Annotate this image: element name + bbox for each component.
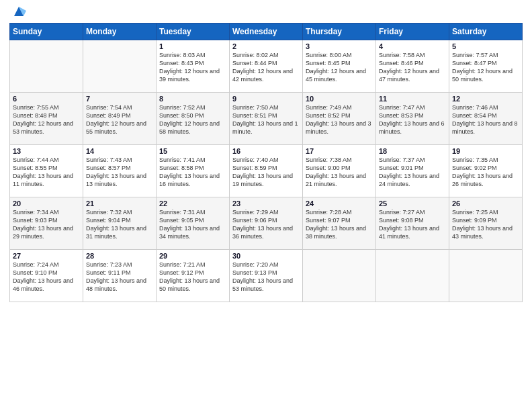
day-cell: 12Sunrise: 7:46 AM Sunset: 8:54 PM Dayli…	[449, 93, 523, 145]
day-info: Sunrise: 7:54 AM Sunset: 8:49 PM Dayligh…	[86, 103, 153, 136]
day-info: Sunrise: 7:50 AM Sunset: 8:51 PM Dayligh…	[232, 103, 300, 136]
day-number: 13	[13, 147, 80, 155]
day-number: 6	[13, 95, 80, 103]
day-number: 23	[232, 199, 300, 208]
day-info: Sunrise: 7:37 AM Sunset: 9:01 PM Dayligh…	[379, 156, 446, 189]
day-number: 9	[232, 95, 300, 103]
day-info: Sunrise: 7:57 AM Sunset: 8:47 PM Dayligh…	[452, 51, 519, 84]
day-number: 24	[306, 199, 373, 208]
weekday-header-friday: Friday	[376, 24, 449, 40]
header	[9, 7, 523, 19]
day-number: 15	[159, 147, 226, 155]
day-info: Sunrise: 7:49 AM Sunset: 8:52 PM Dayligh…	[306, 103, 373, 136]
day-cell: 17Sunrise: 7:38 AM Sunset: 9:00 PM Dayli…	[303, 145, 376, 197]
day-number: 17	[306, 147, 373, 155]
day-number: 7	[86, 95, 153, 103]
week-row-5: 27Sunrise: 7:24 AM Sunset: 9:10 PM Dayli…	[10, 250, 523, 302]
day-number: 20	[13, 199, 80, 208]
week-row-1: 1Sunrise: 8:03 AM Sunset: 8:43 PM Daylig…	[10, 40, 523, 93]
day-info: Sunrise: 7:23 AM Sunset: 9:11 PM Dayligh…	[86, 261, 153, 293]
day-info: Sunrise: 7:38 AM Sunset: 9:00 PM Dayligh…	[306, 156, 373, 189]
weekday-header-wednesday: Wednesday	[230, 24, 303, 40]
day-cell: 16Sunrise: 7:40 AM Sunset: 8:59 PM Dayli…	[230, 145, 303, 197]
logo-icon	[11, 4, 26, 19]
day-info: Sunrise: 8:03 AM Sunset: 8:43 PM Dayligh…	[159, 51, 226, 84]
day-cell: 6Sunrise: 7:55 AM Sunset: 8:48 PM Daylig…	[10, 93, 83, 145]
day-cell: 7Sunrise: 7:54 AM Sunset: 8:49 PM Daylig…	[83, 93, 157, 145]
day-cell: 25Sunrise: 7:27 AM Sunset: 9:08 PM Dayli…	[376, 197, 449, 250]
day-cell: 28Sunrise: 7:23 AM Sunset: 9:11 PM Dayli…	[83, 250, 157, 302]
day-info: Sunrise: 7:25 AM Sunset: 9:09 PM Dayligh…	[452, 208, 519, 241]
day-number: 26	[452, 199, 519, 208]
day-cell: 23Sunrise: 7:29 AM Sunset: 9:06 PM Dayli…	[230, 197, 303, 250]
day-info: Sunrise: 7:55 AM Sunset: 8:48 PM Dayligh…	[13, 103, 80, 136]
day-cell: 14Sunrise: 7:43 AM Sunset: 8:57 PM Dayli…	[83, 145, 157, 197]
weekday-header-row: SundayMondayTuesdayWednesdayThursdayFrid…	[10, 24, 523, 40]
day-cell	[83, 40, 157, 93]
day-cell: 27Sunrise: 7:24 AM Sunset: 9:10 PM Dayli…	[10, 250, 83, 302]
day-number: 22	[159, 199, 226, 208]
weekday-header-thursday: Thursday	[303, 24, 376, 40]
day-number: 27	[13, 252, 80, 260]
logo	[9, 7, 26, 19]
day-cell: 22Sunrise: 7:31 AM Sunset: 9:05 PM Dayli…	[157, 197, 230, 250]
day-info: Sunrise: 7:34 AM Sunset: 9:03 PM Dayligh…	[13, 208, 80, 241]
day-info: Sunrise: 7:52 AM Sunset: 8:50 PM Dayligh…	[159, 103, 226, 136]
day-number: 8	[159, 95, 226, 103]
day-info: Sunrise: 7:32 AM Sunset: 9:04 PM Dayligh…	[86, 208, 153, 241]
day-cell: 26Sunrise: 7:25 AM Sunset: 9:09 PM Dayli…	[449, 197, 523, 250]
week-row-4: 20Sunrise: 7:34 AM Sunset: 9:03 PM Dayli…	[10, 197, 523, 250]
day-cell: 11Sunrise: 7:47 AM Sunset: 8:53 PM Dayli…	[376, 93, 449, 145]
day-cell	[303, 250, 376, 302]
day-cell: 13Sunrise: 7:44 AM Sunset: 8:55 PM Dayli…	[10, 145, 83, 197]
day-number: 11	[379, 95, 446, 103]
day-number: 16	[232, 147, 300, 155]
day-cell: 15Sunrise: 7:41 AM Sunset: 8:58 PM Dayli…	[157, 145, 230, 197]
day-info: Sunrise: 7:58 AM Sunset: 8:46 PM Dayligh…	[379, 51, 446, 84]
day-number: 19	[452, 147, 519, 155]
day-cell	[449, 250, 523, 302]
day-cell: 2Sunrise: 8:02 AM Sunset: 8:44 PM Daylig…	[230, 40, 303, 93]
day-info: Sunrise: 7:31 AM Sunset: 9:05 PM Dayligh…	[159, 208, 226, 241]
day-number: 1	[159, 42, 226, 50]
day-info: Sunrise: 8:02 AM Sunset: 8:44 PM Dayligh…	[232, 51, 300, 84]
day-cell: 18Sunrise: 7:37 AM Sunset: 9:01 PM Dayli…	[376, 145, 449, 197]
day-number: 14	[86, 147, 153, 155]
day-cell: 20Sunrise: 7:34 AM Sunset: 9:03 PM Dayli…	[10, 197, 83, 250]
day-number: 18	[379, 147, 446, 155]
day-number: 3	[306, 42, 373, 50]
day-cell: 29Sunrise: 7:21 AM Sunset: 9:12 PM Dayli…	[157, 250, 230, 302]
day-number: 4	[379, 42, 446, 50]
weekday-header-monday: Monday	[83, 24, 157, 40]
day-number: 25	[379, 199, 446, 208]
day-info: Sunrise: 7:47 AM Sunset: 8:53 PM Dayligh…	[379, 103, 446, 136]
day-number: 28	[86, 252, 153, 260]
day-info: Sunrise: 7:35 AM Sunset: 9:02 PM Dayligh…	[452, 156, 519, 189]
day-cell: 19Sunrise: 7:35 AM Sunset: 9:02 PM Dayli…	[449, 145, 523, 197]
day-cell: 3Sunrise: 8:00 AM Sunset: 8:45 PM Daylig…	[303, 40, 376, 93]
day-cell: 10Sunrise: 7:49 AM Sunset: 8:52 PM Dayli…	[303, 93, 376, 145]
day-cell: 30Sunrise: 7:20 AM Sunset: 9:13 PM Dayli…	[230, 250, 303, 302]
day-info: Sunrise: 7:24 AM Sunset: 9:10 PM Dayligh…	[13, 261, 80, 293]
day-info: Sunrise: 7:41 AM Sunset: 8:58 PM Dayligh…	[159, 156, 226, 189]
page: SundayMondayTuesdayWednesdayThursdayFrid…	[0, 0, 532, 411]
day-info: Sunrise: 7:28 AM Sunset: 9:07 PM Dayligh…	[306, 208, 373, 241]
day-cell: 9Sunrise: 7:50 AM Sunset: 8:51 PM Daylig…	[230, 93, 303, 145]
day-cell: 21Sunrise: 7:32 AM Sunset: 9:04 PM Dayli…	[83, 197, 157, 250]
day-cell: 5Sunrise: 7:57 AM Sunset: 8:47 PM Daylig…	[449, 40, 523, 93]
day-cell: 1Sunrise: 8:03 AM Sunset: 8:43 PM Daylig…	[157, 40, 230, 93]
day-info: Sunrise: 7:29 AM Sunset: 9:06 PM Dayligh…	[232, 208, 300, 241]
day-number: 5	[452, 42, 519, 50]
week-row-2: 6Sunrise: 7:55 AM Sunset: 8:48 PM Daylig…	[10, 93, 523, 145]
week-row-3: 13Sunrise: 7:44 AM Sunset: 8:55 PM Dayli…	[10, 145, 523, 197]
day-info: Sunrise: 7:21 AM Sunset: 9:12 PM Dayligh…	[159, 261, 226, 293]
day-number: 2	[232, 42, 300, 50]
day-info: Sunrise: 8:00 AM Sunset: 8:45 PM Dayligh…	[306, 51, 373, 84]
weekday-header-sunday: Sunday	[10, 24, 83, 40]
day-number: 30	[232, 252, 300, 260]
day-number: 29	[159, 252, 226, 260]
day-number: 21	[86, 199, 153, 208]
day-info: Sunrise: 7:44 AM Sunset: 8:55 PM Dayligh…	[13, 156, 80, 189]
day-cell: 4Sunrise: 7:58 AM Sunset: 8:46 PM Daylig…	[376, 40, 449, 93]
weekday-header-tuesday: Tuesday	[157, 24, 230, 40]
